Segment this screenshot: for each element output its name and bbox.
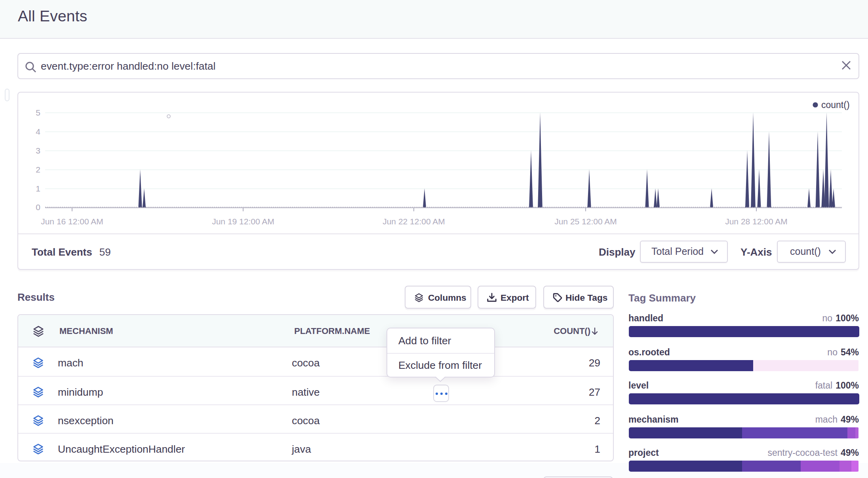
svg-text:Jun 19 12:00 AM: Jun 19 12:00 AM <box>212 217 274 226</box>
svg-text:5: 5 <box>36 108 40 117</box>
svg-text:2: 2 <box>36 165 40 174</box>
svg-text:0: 0 <box>36 203 40 212</box>
svg-text:4: 4 <box>36 127 40 136</box>
svg-text:count(): count() <box>821 100 850 110</box>
svg-text:Jun 25 12:00 AM: Jun 25 12:00 AM <box>554 217 617 226</box>
svg-text:Jun 16 12:00 AM: Jun 16 12:00 AM <box>41 217 103 226</box>
svg-text:3: 3 <box>36 146 40 155</box>
svg-text:Jun 28 12:00 AM: Jun 28 12:00 AM <box>725 217 788 226</box>
svg-text:1: 1 <box>36 184 40 193</box>
svg-text:Jun 22 12:00 AM: Jun 22 12:00 AM <box>383 217 445 226</box>
